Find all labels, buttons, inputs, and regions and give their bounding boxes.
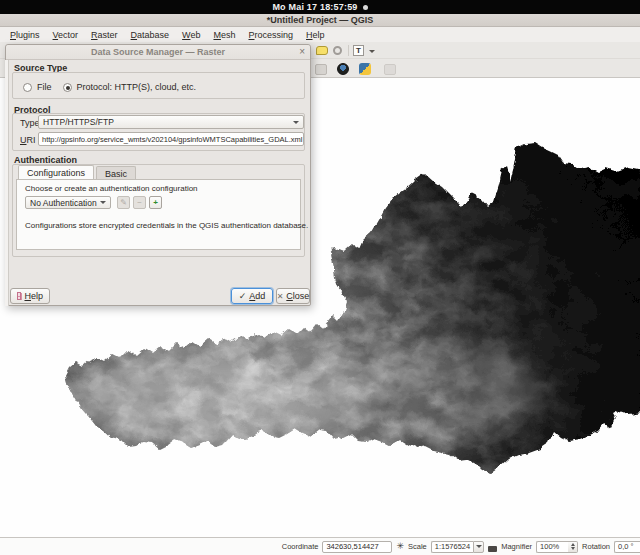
extents-icon[interactable]: ✳: [396, 542, 404, 551]
system-status-dot-icon: [363, 5, 368, 10]
auth-tabbar: Configurations Basic: [18, 165, 138, 180]
radio-protocol[interactable]: [63, 83, 72, 92]
check-icon: ✓: [239, 291, 247, 301]
menu-item-processing[interactable]: Processing: [248, 30, 293, 40]
data-source-manager-dialog: Data Source Manager — Raster × Source Ty…: [5, 44, 311, 306]
scale-lock-icon[interactable]: [488, 542, 497, 552]
uri-input[interactable]: http://gpsinfo.org/service_wmts/v202104/…: [38, 132, 304, 146]
help-icon: [17, 292, 21, 300]
auth-choose-label: Choose or create an authentication confi…: [25, 184, 198, 193]
statusbar: Coordinate 342630,514427 ✳ Scale 1:15765…: [0, 537, 640, 555]
help-button[interactable]: Help: [10, 288, 50, 304]
text-annotation-icon[interactable]: T: [353, 44, 366, 57]
chevron-down-icon: [100, 201, 106, 204]
auth-remove-button[interactable]: −: [133, 196, 146, 209]
map-tips-icon[interactable]: [316, 44, 329, 57]
close-button[interactable]: ✕ Close: [276, 288, 310, 304]
add-button-label: Add: [249, 291, 265, 301]
coordinate-label: Coordinate: [282, 542, 319, 551]
system-top-bar: Mo Mai 17 18:57:59: [0, 0, 640, 14]
rotation-label: Rotation: [582, 542, 610, 551]
disabled-plugin-icon[interactable]: [384, 62, 397, 75]
menu-item-raster[interactable]: Raster: [91, 30, 118, 40]
auth-tab-panel: Choose or create an authentication confi…: [16, 179, 301, 250]
type-combobox[interactable]: HTTP/HTTPS/FTP: [38, 115, 304, 129]
type-label: Type: [20, 118, 40, 128]
radio-file[interactable]: [23, 83, 32, 92]
menu-item-vector[interactable]: Vector: [53, 30, 79, 40]
dialog-left-panel-edge: [5, 60, 9, 306]
python-console-icon[interactable]: [359, 62, 372, 75]
scale-value: 1:1576524: [431, 541, 473, 553]
auth-config-combobox[interactable]: No Authentication: [25, 196, 111, 209]
toolbar-separator: [348, 45, 349, 56]
scale-combobox[interactable]: 1:1576524: [431, 541, 484, 553]
menu-item-mesh[interactable]: Mesh: [213, 30, 235, 40]
auth-edit-button[interactable]: ✎: [117, 196, 130, 209]
minus-icon: −: [137, 198, 142, 207]
radio-protocol-label[interactable]: Protocol: HTTP(S), cloud, etc.: [77, 82, 197, 92]
magnifier-spinbox[interactable]: 100%: [536, 541, 578, 553]
spinner-arrows-icon[interactable]: [568, 541, 578, 553]
uri-label: URI: [20, 135, 36, 145]
menu-item-help[interactable]: Help: [306, 30, 325, 40]
auth-note: Configurations store encrypted credentia…: [25, 221, 308, 230]
close-icon: ✕: [277, 292, 284, 301]
source-type-group: File Protocol: HTTP(S), cloud, etc.: [12, 72, 305, 99]
magnifier-value: 100%: [536, 541, 568, 553]
auth-config-value: No Authentication: [30, 198, 97, 208]
window-titlebar[interactable]: *Untitled Project — QGIS: [0, 14, 640, 27]
help-button-label: Help: [24, 291, 43, 301]
tab-configurations[interactable]: Configurations: [18, 165, 94, 180]
window-title: *Untitled Project — QGIS: [267, 15, 374, 25]
dialog-titlebar[interactable]: Data Source Manager — Raster ×: [6, 45, 310, 60]
globe-plugin-icon[interactable]: [337, 62, 350, 75]
auth-add-button[interactable]: +: [149, 196, 162, 209]
chevron-down-icon: [293, 121, 299, 124]
type-value: HTTP/HTTPS/FTP: [43, 117, 114, 127]
plus-icon: +: [153, 198, 158, 207]
menu-item-plugins[interactable]: Plugins: [10, 30, 40, 40]
disabled-tool-icon[interactable]: [315, 62, 328, 75]
menu-item-web[interactable]: Web: [182, 30, 200, 40]
chevron-down-icon[interactable]: [473, 541, 484, 553]
menu-item-database[interactable]: Database: [131, 30, 170, 40]
bookmark-icon[interactable]: [333, 44, 346, 57]
coordinate-input[interactable]: 342630,514427: [322, 541, 392, 553]
tab-basic[interactable]: Basic: [96, 166, 136, 180]
dialog-close-icon[interactable]: ×: [299, 46, 305, 57]
chevron-down-icon: [369, 50, 375, 53]
qgis-screen: Mo Mai 17 18:57:59 *Untitled Project — Q…: [0, 0, 640, 555]
pencil-icon: ✎: [120, 198, 127, 207]
menubar: Plugins Vector Raster Database Web Mesh …: [0, 27, 640, 42]
magnifier-label: Magnifier: [501, 542, 532, 551]
radio-file-label[interactable]: File: [37, 82, 52, 92]
rotation-spinbox[interactable]: 0,0 °: [614, 541, 640, 553]
system-clock[interactable]: Mo Mai 17 18:57:59: [272, 2, 357, 12]
add-button[interactable]: ✓ Add: [231, 288, 273, 304]
scale-label: Scale: [408, 542, 427, 551]
close-button-label: Close: [286, 291, 309, 301]
dialog-title: Data Source Manager — Raster: [91, 47, 225, 57]
rotation-value: 0,0 °: [614, 541, 640, 553]
